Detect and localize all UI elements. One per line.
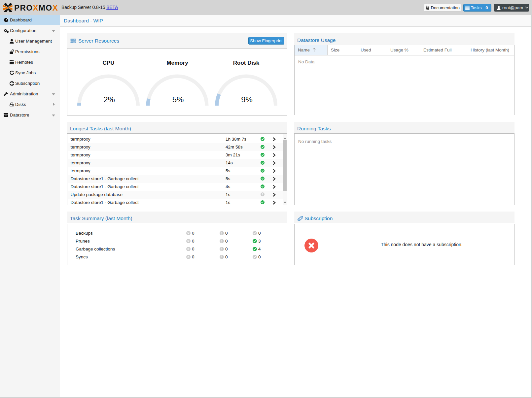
- svg-text:?: ?: [262, 193, 263, 196]
